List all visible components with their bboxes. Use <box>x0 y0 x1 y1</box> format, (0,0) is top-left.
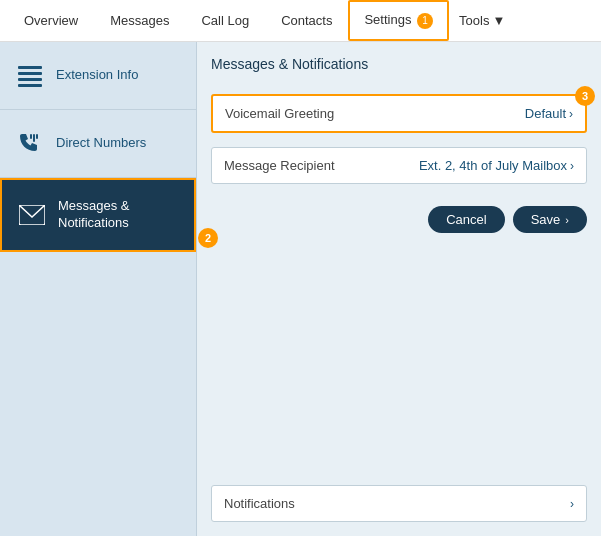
nav-messages[interactable]: Messages <box>94 1 185 40</box>
phone-icon <box>16 132 44 156</box>
envelope-icon <box>18 205 46 225</box>
sidebar-messages-notifications-label: Messages & Notifications <box>58 198 130 232</box>
sidebar-item-extension-info[interactable]: Extension Info <box>0 42 196 110</box>
message-recipient-section: Message Recipient Ext. 2, 4th of July Ma… <box>211 147 587 184</box>
chevron-down-icon: ▼ <box>492 13 505 28</box>
save-arrow-icon: › <box>565 214 569 226</box>
save-button[interactable]: Save › <box>513 206 587 233</box>
nav-overview[interactable]: Overview <box>8 1 94 40</box>
main-layout: Extension Info Direct Numbers Messages <box>0 42 601 536</box>
message-recipient-label: Message Recipient <box>224 158 335 173</box>
voicemail-greeting-label: Voicemail Greeting <box>225 106 334 121</box>
nav-contacts[interactable]: Contacts <box>265 1 348 40</box>
nav-settings[interactable]: Settings 1 <box>348 0 449 41</box>
svg-rect-2 <box>18 78 42 81</box>
sidebar-direct-numbers-label: Direct Numbers <box>56 135 146 152</box>
voicemail-chevron-icon: › <box>569 107 573 121</box>
voicemail-badge: 3 <box>575 86 595 106</box>
svg-rect-4 <box>33 134 35 142</box>
svg-rect-0 <box>18 66 42 69</box>
messages-notifications-badge: 2 <box>198 228 218 248</box>
svg-rect-1 <box>18 72 42 75</box>
settings-badge: 1 <box>417 13 433 29</box>
notifications-label: Notifications <box>224 496 295 511</box>
sidebar: Extension Info Direct Numbers Messages <box>0 42 197 536</box>
button-row: Cancel Save › <box>211 206 587 233</box>
content-area: Messages & Notifications Voicemail Greet… <box>197 42 601 536</box>
svg-rect-5 <box>30 134 32 139</box>
sidebar-item-direct-numbers[interactable]: Direct Numbers <box>0 110 196 178</box>
nav-calllog[interactable]: Call Log <box>185 1 265 40</box>
message-recipient-chevron-icon: › <box>570 159 574 173</box>
content-spacer <box>211 243 587 475</box>
top-navigation: Overview Messages Call Log Contacts Sett… <box>0 0 601 42</box>
voicemail-greeting-row[interactable]: Voicemail Greeting Default › <box>213 96 585 131</box>
message-recipient-value: Ext. 2, 4th of July Mailbox › <box>419 158 574 173</box>
notifications-row[interactable]: Notifications › <box>211 485 587 522</box>
list-icon <box>16 65 44 87</box>
nav-tools[interactable]: Tools ▼ <box>449 3 515 38</box>
svg-rect-6 <box>36 134 38 139</box>
cancel-button[interactable]: Cancel <box>428 206 504 233</box>
panel-title: Messages & Notifications <box>211 56 587 72</box>
svg-rect-3 <box>18 84 42 87</box>
notifications-chevron-icon: › <box>570 497 574 511</box>
voicemail-greeting-value: Default › <box>525 106 573 121</box>
voicemail-greeting-section: Voicemail Greeting Default › 3 <box>211 94 587 133</box>
sidebar-item-messages-notifications[interactable]: Messages & Notifications <box>0 178 196 252</box>
sidebar-extension-info-label: Extension Info <box>56 67 138 84</box>
message-recipient-row[interactable]: Message Recipient Ext. 2, 4th of July Ma… <box>212 148 586 183</box>
